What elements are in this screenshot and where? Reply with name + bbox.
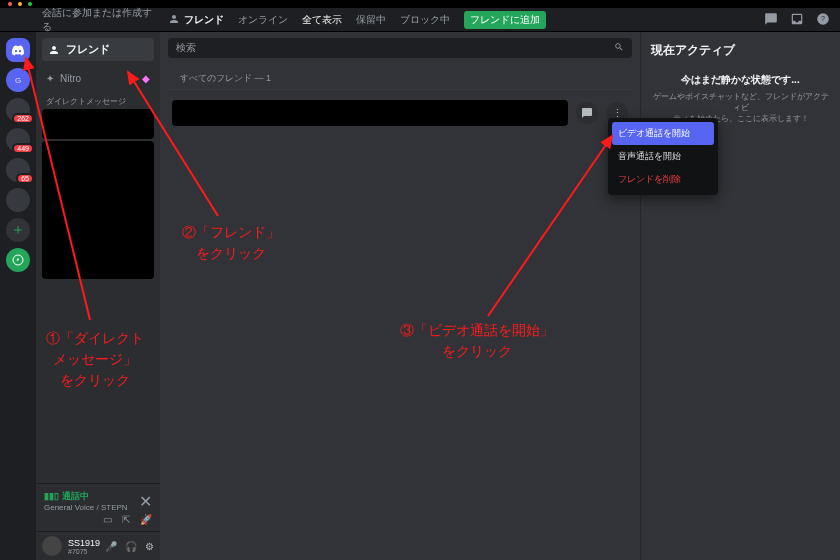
minimize-dot[interactable] xyxy=(18,2,22,6)
signal-icon: ▮▮▯ xyxy=(44,491,59,501)
server-4-badge: 65 xyxy=(16,173,34,184)
message-button[interactable] xyxy=(576,102,598,124)
dm-section-header: ダイレクトメッセージ xyxy=(36,90,160,109)
close-dot[interactable] xyxy=(8,2,12,6)
friends-nav-label: フレンド xyxy=(66,42,110,57)
add-server-button[interactable]: ＋ xyxy=(6,218,30,242)
user-panel: SS1919 #7075 🎤 🎧 ⚙ xyxy=(36,531,160,560)
avatar[interactable] xyxy=(42,536,62,556)
video-icon[interactable]: ▭ xyxy=(103,514,112,525)
dm-column: フレンド ✦Nitro ◆ ダイレクトメッセージ ▮▮▯ 通話中 General… xyxy=(36,32,160,560)
main-pane: 検索 すべてのフレンド — 1 ⋮ xyxy=(160,32,640,560)
nitro-icon: ✦ xyxy=(46,73,54,84)
voice-channel-label: General Voice / STEPN xyxy=(44,503,128,512)
dm-item[interactable] xyxy=(42,109,154,139)
server-rail: G 262 449 65 ＋ xyxy=(0,32,36,560)
zoom-dot[interactable] xyxy=(28,2,32,6)
activity-column: 現在アクティブ 今はまだ静かな状態です... ゲームやボイスチャットなど、フレン… xyxy=(640,32,840,560)
new-dm-icon[interactable] xyxy=(764,12,778,28)
dm-home-button[interactable] xyxy=(6,38,30,62)
user-name: SS1919 xyxy=(68,538,99,548)
server-4[interactable]: 65 xyxy=(6,158,30,182)
server-3-badge: 449 xyxy=(12,143,34,154)
gear-icon[interactable]: ⚙ xyxy=(145,541,154,552)
server-2-badge: 262 xyxy=(12,113,34,124)
tab-pending[interactable]: 保留中 xyxy=(356,13,386,27)
help-icon[interactable]: ? xyxy=(816,12,830,28)
voice-panel: ▮▮▯ 通話中 General Voice / STEPN ✕ ▭ ⇱ 🚀 xyxy=(36,483,160,531)
add-friend-button[interactable]: フレンドに追加 xyxy=(464,11,546,29)
search-placeholder: 検索 xyxy=(176,41,196,55)
disconnect-icon[interactable]: ✕ xyxy=(139,492,152,511)
ctx-start-video[interactable]: ビデオ通話を開始 xyxy=(612,122,714,145)
server-5[interactable] xyxy=(6,188,30,212)
user-tag: #7075 xyxy=(68,548,99,555)
explore-button[interactable] xyxy=(6,248,30,272)
dm-search-prompt[interactable]: 会話に参加または作成する xyxy=(36,6,160,34)
mic-mute-icon[interactable]: 🎤 xyxy=(105,541,117,552)
tab-blocked[interactable]: ブロック中 xyxy=(400,13,450,27)
friends-header-label: フレンド xyxy=(184,13,224,27)
friend-row[interactable]: ⋮ xyxy=(168,96,632,130)
friend-list-header: すべてのフレンド — 1 xyxy=(168,64,632,90)
friends-nav-icon xyxy=(48,44,60,56)
activity-subtitle: 今はまだ静かな状態です... xyxy=(651,73,830,87)
tab-all[interactable]: 全て表示 xyxy=(302,13,342,27)
screenshare-icon[interactable]: ⇱ xyxy=(122,514,130,525)
ctx-start-voice[interactable]: 音声通話を開始 xyxy=(612,145,714,168)
server-3[interactable]: 449 xyxy=(6,128,30,152)
nitro-label: Nitro xyxy=(60,73,81,84)
server-2[interactable]: 262 xyxy=(6,98,30,122)
search-input[interactable]: 検索 xyxy=(168,38,632,58)
friends-nav-item[interactable]: フレンド xyxy=(42,38,154,61)
ctx-remove-friend[interactable]: フレンドを削除 xyxy=(612,168,714,191)
dm-list xyxy=(36,109,160,296)
friends-icon xyxy=(168,13,180,27)
titlebar: 会話に参加または作成する フレンド オンライン 全て表示 保留中 ブロック中 フ… xyxy=(0,8,840,32)
svg-text:?: ? xyxy=(821,15,825,22)
voice-status-label: 通話中 xyxy=(62,491,89,501)
search-icon xyxy=(614,42,624,54)
server-1[interactable]: G xyxy=(6,68,30,92)
friend-identity xyxy=(172,100,568,126)
activity-title: 現在アクティブ xyxy=(651,42,830,59)
context-menu: ビデオ通話を開始 音声通話を開始 フレンドを削除 xyxy=(608,118,718,195)
friends-header: フレンド xyxy=(168,13,224,27)
nitro-nav-item[interactable]: ✦Nitro ◆ xyxy=(36,67,160,90)
headphones-icon[interactable]: 🎧 xyxy=(125,541,137,552)
dm-item[interactable] xyxy=(42,141,154,279)
tab-online[interactable]: オンライン xyxy=(238,13,288,27)
inbox-icon[interactable] xyxy=(790,12,804,28)
activity-icon[interactable]: 🚀 xyxy=(140,514,152,525)
nitro-boost-icon: ◆ xyxy=(142,73,150,84)
